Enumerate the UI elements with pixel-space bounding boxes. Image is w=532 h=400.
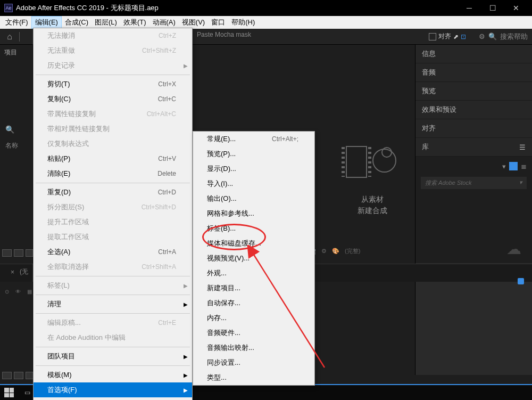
menu-icon[interactable]: ☰	[519, 143, 526, 151]
menu-edit-orig[interactable]: 编辑原稿...Ctrl+E	[34, 315, 192, 330]
panel-preview[interactable]: 预览	[415, 82, 532, 101]
menu-animation[interactable]: 动画(A)	[149, 17, 179, 28]
menubar: 文件(F) 编辑(E) 合成(C) 图层(L) 效果(T) 动画(A) 视图(V…	[0, 16, 532, 29]
project-panel: 项目	[0, 45, 33, 375]
chevron-down-icon[interactable]: ▾	[519, 179, 522, 187]
pref-media[interactable]: 媒体和磁盘缓存...	[193, 236, 314, 251]
pref-sync[interactable]: 同步设置...	[193, 355, 314, 370]
pref-preview[interactable]: 预览(P)...	[193, 146, 314, 161]
app-icon: Ae	[4, 4, 13, 12]
toggle-icon[interactable]	[2, 372, 12, 379]
minimize-button[interactable]: ─	[463, 2, 476, 14]
window-title: Adobe After Effects CC 2019 - 无标题项目.aep	[16, 3, 463, 13]
menu-undo[interactable]: 无法撤消Ctrl+Z	[34, 28, 192, 43]
pref-type[interactable]: 类型...	[193, 370, 314, 385]
menu-clear[interactable]: 清除(E)Delete	[34, 166, 192, 181]
edit-dropdown: 无法撤消Ctrl+Z 无法重做Ctrl+Shift+Z 历史记录▶ 剪切(T)C…	[33, 28, 193, 400]
menu-duplicate[interactable]: 重复(D)Ctrl+D	[34, 185, 192, 200]
panel-library[interactable]: 库	[422, 142, 429, 152]
folder-icon[interactable]	[14, 249, 23, 257]
panel-effects[interactable]: 效果和预设	[415, 101, 532, 119]
pref-grid[interactable]: 网格和参考线...	[193, 206, 314, 221]
menu-deselect[interactable]: 全部取消选择Ctrl+Shift+A	[34, 259, 192, 274]
menu-view[interactable]: 视图(V)	[179, 17, 208, 28]
comp-text-line2: 新建合成	[346, 205, 399, 216]
menu-copy-expr[interactable]: 仅复制表达式	[34, 136, 192, 151]
panel-audio[interactable]: 音频	[415, 63, 532, 82]
timecode-icon[interactable]: ⊙	[2, 288, 12, 295]
search-icon[interactable]: 🔍	[5, 125, 14, 134]
snap-icon-2[interactable]: ⊡	[461, 33, 466, 40]
menu-paste[interactable]: 粘贴(P)Ctrl+V	[34, 151, 192, 166]
menu-edit[interactable]: 编辑(E)	[31, 16, 62, 29]
maximize-button[interactable]: ☐	[486, 2, 499, 14]
menu-copy-props[interactable]: 带属性链接复制Ctrl+Alt+C	[34, 107, 192, 121]
name-column-header: 名称	[5, 141, 32, 150]
pref-general[interactable]: 常规(E)...Ctrl+Alt+;	[193, 132, 314, 146]
settings-icon[interactable]: ⚙	[479, 32, 485, 40]
panel-align[interactable]: 对齐	[415, 119, 532, 138]
home-icon[interactable]: ⌂	[4, 31, 15, 42]
timeline-playhead[interactable]	[518, 278, 524, 284]
pref-video[interactable]: 视频预览(V)...	[193, 251, 314, 266]
pref-import[interactable]: 导入(I)...	[193, 176, 314, 191]
menu-purge[interactable]: 清理▶	[34, 297, 192, 312]
close-icon[interactable]: ×	[11, 268, 14, 276]
menu-cut[interactable]: 剪切(T)Ctrl+X	[34, 77, 192, 92]
menu-select-all[interactable]: 全选(A)Ctrl+A	[34, 244, 192, 259]
pref-audio-out[interactable]: 音频输出映射...	[193, 340, 314, 355]
menu-preferences[interactable]: 首选项(F)▶	[34, 382, 192, 397]
menu-lift[interactable]: 提升工作区域	[34, 215, 192, 230]
menu-label[interactable]: 标签(L)▶	[34, 278, 192, 293]
windows-icon	[4, 388, 14, 397]
search-help-text[interactable]: 搜索帮助	[500, 32, 528, 42]
timeline-untitled: (无	[20, 267, 28, 276]
menu-layer[interactable]: 图层(L)	[92, 17, 120, 28]
pref-appearance[interactable]: 外观...	[193, 266, 314, 281]
menu-help[interactable]: 帮助(H)	[228, 17, 258, 28]
start-button[interactable]	[0, 385, 18, 400]
grid-view-icon[interactable]	[509, 162, 518, 170]
chevron-down-icon[interactable]: ▾	[502, 162, 506, 170]
menu-redo[interactable]: 无法重做Ctrl+Shift+Z	[34, 43, 192, 58]
align-label: 对齐	[438, 32, 451, 41]
stock-search-input[interactable]: 搜索 Adobe Stock	[425, 179, 471, 187]
render-icon[interactable]	[14, 372, 23, 379]
menu-copy-rel[interactable]: 带相对属性链接复制	[34, 121, 192, 136]
pref-output[interactable]: 输出(O)...	[193, 191, 314, 206]
pref-memory[interactable]: 内存...	[193, 311, 314, 325]
list-view-icon[interactable]: ≣	[521, 162, 527, 170]
menu-copy[interactable]: 复制(C)Ctrl+C	[34, 92, 192, 107]
search-icon[interactable]: 🔍	[488, 32, 497, 40]
paste-mocha-label: Paste Mocha mask	[197, 31, 251, 38]
snap-icon[interactable]: ⬈	[453, 33, 459, 40]
menu-file[interactable]: 文件(F)	[2, 17, 31, 28]
menu-sync[interactable]: 同步设置▶	[34, 397, 192, 400]
new-comp-icon[interactable]	[346, 141, 399, 183]
menu-composition[interactable]: 合成(C)	[62, 17, 92, 28]
pref-display[interactable]: 显示(D)...	[193, 161, 314, 176]
cloud-icon: ☁	[506, 240, 521, 258]
menu-edit-audition[interactable]: 在 Adobe Audition 中编辑	[34, 330, 192, 345]
menu-extract[interactable]: 提取工作区域	[34, 230, 192, 244]
pref-audio-hw[interactable]: 音频硬件...	[193, 325, 314, 340]
menu-split[interactable]: 拆分图层(S)Ctrl+Shift+D	[34, 200, 192, 215]
right-panels: 信息 音频 预览 效果和预设 对齐 库 ☰ ▾ ≣ 搜索 Adobe Stock…	[415, 45, 532, 375]
menu-history[interactable]: 历史记录▶	[34, 58, 192, 73]
eye-icon[interactable]: 👁	[13, 288, 23, 295]
pref-newproj[interactable]: 新建项目...	[193, 281, 314, 296]
snap-box-icon[interactable]	[429, 33, 436, 40]
panel-info[interactable]: 信息	[415, 45, 532, 63]
settings-icon[interactable]: ⚙	[321, 248, 327, 255]
bit-depth-icon[interactable]	[2, 249, 12, 257]
color-icon[interactable]: 🎨	[332, 248, 339, 255]
menu-window[interactable]: 窗口	[208, 17, 228, 28]
pref-autosave[interactable]: 自动保存...	[193, 296, 314, 311]
menu-team[interactable]: 团队项目▶	[34, 349, 192, 364]
close-button[interactable]: ✕	[510, 2, 522, 14]
preferences-submenu: 常规(E)...Ctrl+Alt+; 预览(P)... 显示(D)... 导入(…	[193, 131, 315, 386]
pref-labels[interactable]: 标签(B)...	[193, 221, 314, 236]
menu-effect[interactable]: 效果(T)	[120, 17, 149, 28]
menu-template[interactable]: 模板(M)▶	[34, 368, 192, 382]
resolution-label: (完整)	[345, 247, 360, 255]
